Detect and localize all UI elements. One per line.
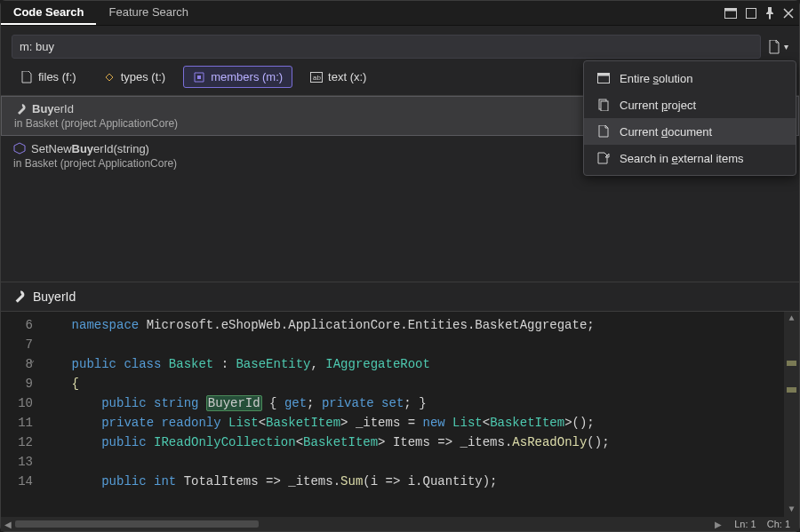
scroll-up-icon[interactable]: ▲ [784,312,799,326]
filter-members[interactable]: members (m:) [183,66,292,88]
svg-rect-8 [601,101,608,111]
wrench-icon [12,290,26,304]
scrollbar-thumb[interactable] [15,520,259,528]
scroll-down-icon[interactable]: ▼ [784,503,799,517]
result-name: BuyerId [32,102,74,115]
window-layout-icon[interactable] [724,8,737,19]
scope-label: Search in external items [620,152,743,165]
line-gutter: 6 7 8 9 10 11 12 13 14 [1,312,42,517]
window-pin-icon[interactable] [765,7,774,20]
project-icon [596,98,611,112]
wrench-icon [14,103,27,115]
types-icon [103,71,116,83]
tab-feature-search[interactable]: Feature Search [96,1,201,25]
code-editor[interactable]: 6 7 8 9 10 11 12 13 14 ⌄ namespace Micro… [1,312,799,517]
scope-entire-solution[interactable]: Entire solution [584,65,796,91]
svg-rect-6 [598,74,610,76]
fold-chevron-icon[interactable]: ⌄ [29,354,35,365]
filter-types-label: types (t:) [121,70,166,83]
document-icon [596,124,611,139]
scope-document-icon[interactable] [768,40,780,54]
filter-files[interactable]: files (f:) [12,67,85,87]
cursor-position: Ln: 1Ch: 1 [725,519,799,529]
text-icon: ab [310,71,323,83]
scroll-right-icon[interactable]: ▶ [711,520,725,529]
filter-text-label: text (x:) [328,70,366,83]
code-content[interactable]: ⌄ namespace Microsoft.eShopWeb.Applicati… [42,312,784,517]
svg-text:ab: ab [313,74,321,82]
window-close-icon[interactable] [783,8,794,19]
scroll-left-icon[interactable]: ◀ [1,520,15,529]
horizontal-scrollbar[interactable]: ◀ ▶ Ln: 1Ch: 1 [1,517,799,531]
file-icon [20,71,33,83]
filter-files-label: files (f:) [38,70,76,83]
scope-external-items[interactable]: Search in external items [584,145,796,171]
title-bar: Code Search Feature Search [1,1,799,26]
filter-members-label: members (m:) [211,70,283,83]
code-search-window: Code Search Feature Search ▾ files (f:) … [0,0,800,532]
filter-text[interactable]: ab text (x:) [301,67,375,87]
filter-types[interactable]: types (t:) [94,67,175,87]
solution-icon [596,71,611,85]
scope-label: Current project [620,99,696,112]
external-icon [596,151,611,165]
members-icon [193,71,205,83]
scope-current-document[interactable]: Current document [584,118,796,145]
result-name: SetNewBuyerId(string) [31,142,149,155]
scope-dropdown-caret-icon[interactable]: ▾ [784,42,788,52]
search-input[interactable] [12,35,761,59]
svg-rect-2 [747,8,756,18]
scope-current-project[interactable]: Current project [584,91,796,118]
preview-header: BuyerId [1,282,799,312]
method-icon [13,142,26,155]
vertical-scrollbar[interactable]: ▲ ▼ [784,312,799,517]
window-dock-icon[interactable] [746,8,756,19]
preview-title: BuyerId [33,290,76,304]
scope-label: Entire solution [620,72,692,85]
tab-code-search[interactable]: Code Search [1,1,96,25]
svg-rect-1 [725,8,737,11]
preview-pane: BuyerId 6 7 8 9 10 11 12 13 14 ⌄ namespa… [1,282,799,531]
scope-menu: Entire solution Current project Current … [583,60,796,176]
scope-label: Current document [620,125,712,139]
